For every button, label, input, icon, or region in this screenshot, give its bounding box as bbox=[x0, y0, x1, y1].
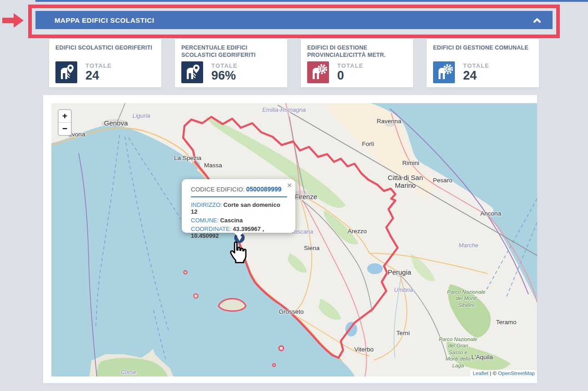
map-label: Emilia-Romagna bbox=[262, 106, 306, 113]
close-icon[interactable]: × bbox=[287, 181, 292, 189]
popup-code-link[interactable]: 0500089999 bbox=[246, 185, 282, 193]
map-label: Siena bbox=[304, 245, 320, 251]
map-label: Forlì bbox=[362, 140, 374, 147]
map-label: Pesaro bbox=[433, 177, 453, 184]
map-attribution: Leaflet | © OpenStreetMap bbox=[470, 370, 537, 376]
total-value: 24 bbox=[463, 69, 489, 83]
map-label: Marche bbox=[458, 242, 478, 249]
map-label: Genova bbox=[104, 119, 128, 127]
map-label: Viterbo bbox=[354, 346, 374, 353]
total-value: 96% bbox=[211, 69, 238, 83]
popup-divider bbox=[191, 196, 287, 197]
card-edifici-georiferiti: EDIFICI SCOLASTICI GEORIFERITI TOTALE 24 bbox=[49, 39, 161, 87]
card-title: EDIFICI DI GESTIONE COMUNALE bbox=[433, 44, 533, 59]
popup-tail bbox=[234, 232, 244, 237]
card-title: PERCENTUALE EDIFICI SCOLASTICI GEORIFERI… bbox=[181, 44, 281, 59]
map-label: Liguria bbox=[132, 112, 150, 119]
map-label: La Spezia bbox=[174, 155, 201, 161]
total-label: TOTALE bbox=[85, 62, 112, 69]
map-label: Grosseto bbox=[279, 308, 304, 315]
building-pin-icon bbox=[181, 61, 203, 83]
chevron-up-icon[interactable] bbox=[533, 18, 541, 23]
total-value: 0 bbox=[337, 69, 364, 83]
map-label: Massa bbox=[204, 162, 222, 169]
map-zoom-control: + − bbox=[58, 109, 72, 136]
map-label: Corse bbox=[121, 369, 137, 376]
card-gestione-provinciale: EDIFICI DI GESTIONE PROVINCIALE/CITTÀ ME… bbox=[301, 39, 413, 87]
panel-header-mappa-edifici[interactable]: MAPPA EDIFICI SCOLASTICI bbox=[35, 11, 553, 29]
total-label: TOTALE bbox=[337, 62, 364, 69]
zoom-out-button[interactable]: − bbox=[59, 123, 71, 135]
svg-text:C: C bbox=[446, 67, 449, 72]
map-label: Rimini bbox=[402, 160, 419, 166]
map-label: Ancona bbox=[480, 210, 501, 217]
map-label: Umbria bbox=[394, 286, 413, 293]
map-label: Terni bbox=[396, 330, 409, 336]
copyright-symbol: © bbox=[493, 371, 498, 376]
popup-code-label: CODICE EDIFICIO: bbox=[191, 186, 245, 193]
map-label: L'Aquila bbox=[471, 354, 493, 361]
openstreetmap-link[interactable]: OpenStreetMap bbox=[498, 371, 535, 376]
map-label: Perugia bbox=[388, 268, 411, 276]
building-gear-icon: C bbox=[433, 61, 455, 83]
section-divider bbox=[35, 0, 588, 2]
map-label: Arezzo bbox=[348, 228, 367, 235]
stat-cards-row: EDIFICI SCOLASTICI GEORIFERITI TOTALE 24… bbox=[49, 39, 539, 87]
popup-comune-value: Cascina bbox=[220, 217, 243, 224]
popup-address-label: INDIRIZZO: bbox=[191, 201, 222, 208]
popup-comune-label: COMUNE: bbox=[191, 217, 219, 224]
panel-title: MAPPA EDIFICI SCOLASTICI bbox=[55, 16, 154, 24]
map-canvas[interactable]: GenovaLiguriaavonaEmilia-RomagnaRavennaF… bbox=[51, 103, 537, 376]
total-value: 24 bbox=[85, 69, 112, 83]
building-gear-icon: P bbox=[307, 61, 329, 83]
map-label: Teramo bbox=[496, 319, 516, 326]
map-label: Parco Nazionale del Gran Sasso e Monti d… bbox=[439, 336, 477, 369]
leaflet-link[interactable]: Leaflet bbox=[473, 371, 488, 376]
svg-text:P: P bbox=[321, 67, 324, 72]
map-label: Firenze bbox=[294, 193, 317, 201]
map-label: Città di San Marino bbox=[388, 174, 423, 189]
zoom-in-button[interactable]: + bbox=[59, 110, 71, 123]
total-label: TOTALE bbox=[463, 62, 489, 69]
building-pin-icon bbox=[55, 61, 77, 83]
total-label: TOTALE bbox=[211, 62, 238, 69]
annotation-arrow-icon bbox=[2, 12, 24, 29]
attribution-divider: | bbox=[488, 371, 493, 376]
map-labels-layer: GenovaLiguriaavonaEmilia-RomagnaRavennaF… bbox=[51, 103, 537, 376]
card-title: EDIFICI SCOLASTICI GEORIFERITI bbox=[55, 44, 155, 59]
map-popup: × CODICE EDIFICIO:0500089999 INDIRIZZO:C… bbox=[182, 179, 295, 233]
card-gestione-comunale: EDIFICI DI GESTIONE COMUNALE C TOTALE 24 bbox=[427, 39, 539, 87]
map-panel: GenovaLiguriaavonaEmilia-RomagnaRavennaF… bbox=[43, 95, 537, 383]
map-label: Parco Nazionale dei Monti Sibillini bbox=[447, 289, 485, 308]
map-label: Ravenna bbox=[377, 118, 401, 125]
popup-coord-label: COORDINATE: bbox=[191, 226, 231, 232]
card-title: EDIFICI DI GESTIONE PROVINCIALE/CITTÀ ME… bbox=[307, 44, 407, 59]
card-percentuale-georiferiti: PERCENTUALE EDIFICI SCOLASTICI GEORIFERI… bbox=[175, 39, 287, 87]
